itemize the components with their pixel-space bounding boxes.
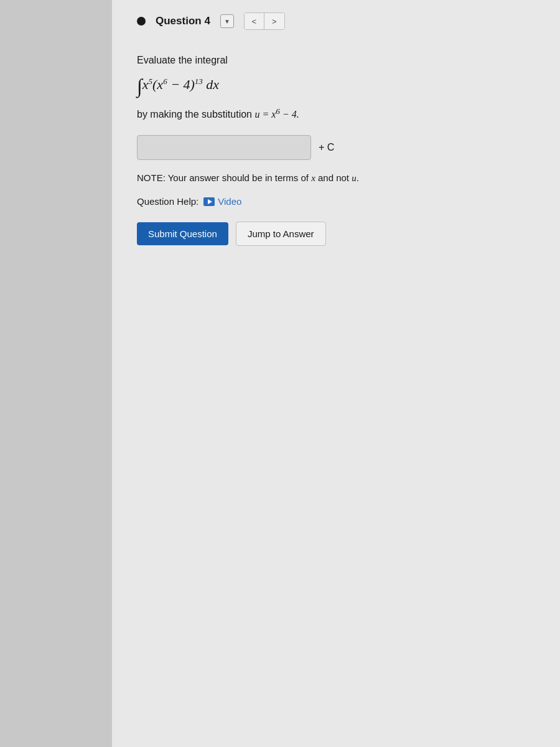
note-x: x <box>311 173 315 183</box>
chevron-down-icon: ▼ <box>224 18 230 25</box>
integral-sign: ∫ <box>137 75 142 97</box>
prev-question-button[interactable]: < <box>245 13 264 29</box>
jump-to-answer-button[interactable]: Jump to Answer <box>236 222 326 246</box>
integral-display: ∫x5(x6 − 4)13 dx <box>137 72 535 100</box>
nav-arrows: < > <box>244 12 285 30</box>
page-container: Question 4 ▼ < > Evaluate the integral ∫… <box>0 0 560 747</box>
question-help: Question Help: Video <box>137 196 535 207</box>
integral-expression: x5(x6 − 4)13 dx <box>142 77 219 92</box>
video-link[interactable]: Video <box>203 196 241 207</box>
note-u: u <box>352 173 357 183</box>
answer-row: + C <box>137 135 535 160</box>
left-sidebar <box>0 0 112 747</box>
submit-question-button[interactable]: Submit Question <box>137 222 228 245</box>
help-label: Question Help: <box>137 196 198 207</box>
next-question-button[interactable]: > <box>264 13 284 29</box>
question-body: Evaluate the integral ∫x5(x6 − 4)13 dx b… <box>137 49 535 252</box>
note-text: NOTE: Your answer should be in terms of … <box>137 172 535 184</box>
question-dot <box>137 17 146 26</box>
main-content: Question 4 ▼ < > Evaluate the integral ∫… <box>112 0 560 747</box>
substitution-math: u = x6 − 4. <box>254 109 299 120</box>
plus-c: + C <box>319 142 334 153</box>
question-dropdown[interactable]: ▼ <box>220 14 234 28</box>
video-label: Video <box>218 196 241 207</box>
question-header: Question 4 ▼ < > <box>137 12 535 30</box>
question-title: Question 4 <box>156 15 210 27</box>
evaluate-label: Evaluate the integral <box>137 55 535 66</box>
answer-input[interactable] <box>137 135 311 160</box>
button-row: Submit Question Jump to Answer <box>137 222 535 246</box>
video-icon <box>203 197 215 206</box>
substitution-text: by making the substitution u = x6 − 4. <box>137 106 535 120</box>
